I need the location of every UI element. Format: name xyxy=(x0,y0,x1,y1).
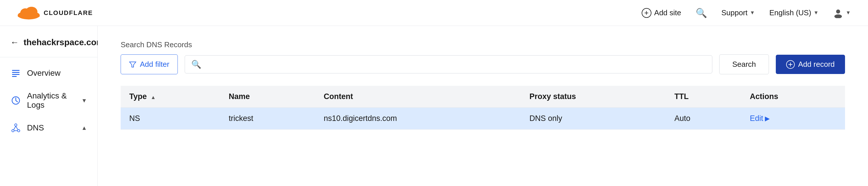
filter-icon xyxy=(129,61,136,68)
edit-button[interactable]: Edit ▶ xyxy=(750,114,836,123)
col-actions: Actions xyxy=(741,86,845,108)
cloudflare-logo-icon xyxy=(17,6,40,20)
network-icon xyxy=(10,122,21,133)
list-icon xyxy=(10,68,21,79)
support-button[interactable]: Support ▼ xyxy=(721,8,755,17)
search-input-icon: 🔍 xyxy=(191,60,202,69)
row-proxy-status: DNS only xyxy=(521,108,666,130)
dns-table: Type ▲ Name Content Proxy status TTL xyxy=(121,86,845,130)
svg-line-17 xyxy=(16,126,18,130)
svg-point-15 xyxy=(18,130,20,132)
sidebar-item-analytics-logs-label: Analytics & Logs xyxy=(27,91,75,110)
col-proxy-status: Proxy status xyxy=(521,86,666,108)
add-record-label: Add record xyxy=(798,60,835,69)
logo-text: CLOUDFLARE xyxy=(44,9,93,17)
sidebar-divider xyxy=(0,57,97,57)
col-ttl: TTL xyxy=(666,86,741,108)
svg-rect-6 xyxy=(12,70,20,71)
row-ttl: Auto xyxy=(666,108,741,130)
svg-point-14 xyxy=(12,130,14,132)
svg-rect-7 xyxy=(12,72,20,73)
content-area: Search DNS Records Add filter 🔍 Search + xyxy=(98,26,868,186)
dns-chevron-up-icon: ▲ xyxy=(81,125,87,131)
language-button[interactable]: English (US) ▼ xyxy=(769,8,818,17)
row-name: trickest xyxy=(220,108,315,130)
add-record-plus-icon: + xyxy=(786,60,795,69)
language-chevron-icon: ▼ xyxy=(813,10,818,16)
svg-rect-9 xyxy=(12,76,17,77)
sort-arrow-icon: ▲ xyxy=(151,95,156,100)
search-icon[interactable]: 🔍 xyxy=(696,7,707,19)
sidebar: ← thehackrspace.com Overview xyxy=(0,26,98,186)
svg-rect-8 xyxy=(12,74,20,75)
back-button[interactable]: ← thehackrspace.com xyxy=(0,34,97,56)
col-name: Name xyxy=(220,86,315,108)
top-nav: CLOUDFLARE + Add site 🔍 Support ▼ Englis… xyxy=(0,0,868,26)
dns-search-label: Search DNS Records xyxy=(121,40,845,49)
col-type[interactable]: Type ▲ xyxy=(121,86,220,108)
add-site-button[interactable]: + Add site xyxy=(642,8,681,18)
support-label: Support xyxy=(721,8,748,17)
row-content: ns10.digicertdns.com xyxy=(315,108,521,130)
svg-marker-19 xyxy=(129,62,136,67)
main-layout: ← thehackrspace.com Overview xyxy=(0,26,868,186)
clock-icon xyxy=(10,95,21,106)
search-button[interactable]: Search xyxy=(719,54,769,74)
svg-point-4 xyxy=(836,9,840,14)
svg-line-16 xyxy=(14,126,16,130)
analytics-chevron-down-icon: ▼ xyxy=(81,97,87,104)
row-type: NS xyxy=(121,108,220,130)
dns-search-input[interactable] xyxy=(205,60,706,69)
sidebar-domain: thehackrspace.com xyxy=(24,37,104,47)
row-actions: Edit ▶ xyxy=(741,108,845,130)
table-row: NS trickest ns10.digicertdns.com DNS onl… xyxy=(121,108,845,130)
sidebar-item-overview-label: Overview xyxy=(27,69,87,78)
sidebar-item-dns[interactable]: DNS ▲ xyxy=(0,116,97,140)
svg-line-12 xyxy=(16,101,18,102)
logo-area: CLOUDFLARE xyxy=(17,6,93,20)
svg-point-3 xyxy=(18,13,40,19)
add-filter-button[interactable]: Add filter xyxy=(121,54,178,74)
user-menu-button[interactable]: ▼ xyxy=(833,8,851,18)
user-icon xyxy=(833,8,843,18)
sidebar-item-overview[interactable]: Overview xyxy=(0,61,97,85)
language-label: English (US) xyxy=(769,8,811,17)
user-chevron-icon: ▼ xyxy=(846,10,851,16)
svg-point-5 xyxy=(834,15,842,18)
sidebar-item-analytics-logs[interactable]: Analytics & Logs ▼ xyxy=(0,85,97,116)
table-header-row: Type ▲ Name Content Proxy status TTL xyxy=(121,86,845,108)
back-arrow-icon: ← xyxy=(10,37,19,47)
dns-search-input-wrap: 🔍 xyxy=(185,55,713,74)
dns-search-row: Add filter 🔍 Search + Add record xyxy=(121,54,845,74)
add-filter-label: Add filter xyxy=(140,60,169,69)
col-content: Content xyxy=(315,86,521,108)
sidebar-item-dns-label: DNS xyxy=(27,123,75,132)
edit-arrow-icon: ▶ xyxy=(765,115,770,122)
svg-point-13 xyxy=(14,124,17,126)
support-chevron-icon: ▼ xyxy=(750,10,755,16)
add-site-label: Add site xyxy=(654,8,681,17)
plus-circle-icon: + xyxy=(642,8,651,18)
nav-actions: + Add site 🔍 Support ▼ English (US) ▼ ▼ xyxy=(642,7,851,19)
add-record-button[interactable]: + Add record xyxy=(776,55,845,74)
